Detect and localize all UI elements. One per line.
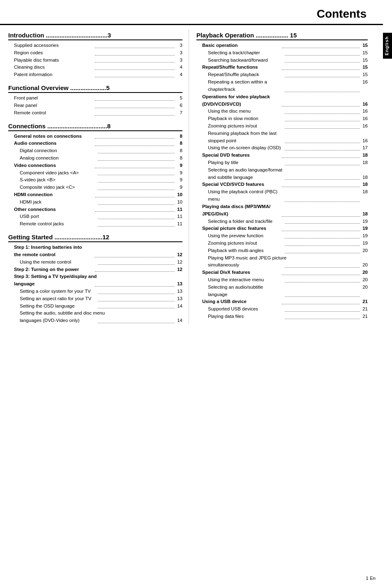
section-heading: Connections ............................… xyxy=(8,123,182,131)
toc-entry-title: Playing by title xyxy=(208,159,284,167)
toc-page-number: 10 xyxy=(176,199,182,206)
toc-entry: Setting the OSD language 14 xyxy=(8,303,182,310)
toc-page-number: 16 xyxy=(361,137,368,145)
toc-entry: stopped point 16 xyxy=(196,137,368,145)
toc-entry: Video connections 9 xyxy=(8,162,182,169)
toc-dots xyxy=(285,123,360,129)
toc-entry: Selecting a folder and track/file 19 xyxy=(196,218,368,225)
toc-page-number: 15 xyxy=(361,57,368,64)
toc-page-number: 15 xyxy=(361,49,368,57)
toc-dots xyxy=(98,295,175,301)
toc-entry: Using the remote control 12 xyxy=(8,259,182,266)
toc-entry-title: USB port xyxy=(20,213,97,220)
toc-dots xyxy=(285,71,360,77)
toc-dots xyxy=(282,269,360,275)
toc-dots xyxy=(98,303,175,309)
toc-entry-title: simultaneously xyxy=(208,262,284,269)
toc-entry: Digital connection 8 xyxy=(8,147,182,155)
toc-content: Introduction ...........................… xyxy=(0,25,383,329)
toc-entry: Zooming pictures in/out 19 xyxy=(196,240,368,247)
toc-page-number: 5 xyxy=(176,95,182,102)
toc-entry: Repeat/Shuffle functions 15 xyxy=(196,64,368,71)
toc-entry-title: Supplied accessories xyxy=(14,42,94,49)
toc-dots xyxy=(98,288,175,294)
toc-dots xyxy=(285,276,360,282)
toc-entry-title: Playing data discs (MP3/WMA/ xyxy=(202,203,368,211)
toc-entry-title: Using the interactive menu xyxy=(208,276,284,284)
toc-dots xyxy=(285,144,360,150)
toc-entry-title: Selecting an audio/subtitle language xyxy=(208,284,284,299)
toc-entry: S-video jack <B> 9 xyxy=(8,176,182,184)
toc-dots xyxy=(98,213,175,219)
toc-page-number: 8 xyxy=(176,147,182,155)
toc-entry-title: Step 1: Inserting batteries into xyxy=(14,244,182,251)
toc-dots xyxy=(282,298,360,304)
toc-dots xyxy=(95,57,175,63)
toc-page-number: 20 xyxy=(361,262,368,269)
toc-entry: Repeating a section within a chapter/tra… xyxy=(196,79,368,93)
toc-entry: Remote control jacks 11 xyxy=(8,220,182,228)
section-heading: Functional Overview ....................… xyxy=(8,84,182,93)
toc-entry-title: Supported USB devices xyxy=(208,306,284,313)
toc-entry: Using a USB device 21 xyxy=(196,298,368,306)
toc-page-number: 21 xyxy=(361,306,368,313)
toc-page-number: 9 xyxy=(176,169,182,177)
toc-entry: Supported USB devices 21 xyxy=(196,306,368,313)
toc-section: Connections ............................… xyxy=(8,123,182,228)
toc-entry: Searching backward/forward 15 xyxy=(196,57,368,64)
toc-entry-title: Front panel xyxy=(14,95,94,102)
section-heading: Introduction ...........................… xyxy=(8,32,182,40)
toc-entry: HDMI jack 10 xyxy=(8,199,182,206)
toc-entry-title: Selecting a track/chapter xyxy=(208,49,284,57)
toc-entry-title: Zooming pictures in/out xyxy=(208,240,284,247)
toc-dots xyxy=(98,184,175,190)
toc-entry-title: Setting a color system for your TV xyxy=(20,288,97,295)
toc-section: Playback Operation ................... 1… xyxy=(196,32,368,320)
toc-entry: Playing data discs (MP3/WMA/ xyxy=(196,203,368,211)
toc-page-number: 10 xyxy=(176,191,182,199)
toc-entry-title: HDMI jack xyxy=(20,199,97,206)
toc-entry-title: and subtitle language xyxy=(208,174,284,181)
toc-dots xyxy=(98,155,175,161)
toc-entry: Setting a color system for your TV 13 xyxy=(8,288,182,295)
toc-dots xyxy=(95,280,175,287)
toc-entry: Special VCD/SVCD features 18 xyxy=(196,181,368,188)
toc-dots xyxy=(282,225,360,231)
toc-entry-title: Basic operation xyxy=(202,42,281,49)
toc-entry: Repeat/Shuffle playback 15 xyxy=(196,71,368,79)
toc-page-number: 15 xyxy=(361,42,368,49)
toc-entry-title: Using the disc menu xyxy=(208,108,284,115)
toc-dots xyxy=(95,206,175,212)
toc-page-number: 12 xyxy=(176,259,182,266)
toc-dots xyxy=(285,79,360,92)
toc-page-number: 3 xyxy=(176,57,182,64)
toc-page-number: 4 xyxy=(176,64,182,71)
toc-entry: Special DivX features 20 xyxy=(196,269,368,276)
toc-entry: Patent information 4 xyxy=(8,71,182,79)
toc-entry: Step 1: Inserting batteries into xyxy=(8,244,182,251)
page-title: Contents xyxy=(0,0,383,25)
toc-entry-title: Using the remote control xyxy=(20,259,97,266)
toc-entry: General notes on connections 8 xyxy=(8,133,182,140)
toc-entry-title: Using the playback control (PBC) menu xyxy=(208,188,284,203)
toc-entry: Step 2: Turning on the power 12 xyxy=(8,266,182,273)
toc-entry-title: Setting the audio, subtitle and disc men… xyxy=(20,310,182,317)
toc-page-number: 20 xyxy=(361,276,368,284)
toc-entry-title: Resuming playback from the last xyxy=(208,130,368,137)
toc-entry: Setting the audio, subtitle and disc men… xyxy=(8,310,182,317)
toc-entry-title: the remote control xyxy=(14,251,94,259)
toc-page-number: 8 xyxy=(176,140,182,147)
toc-page-number: 16 xyxy=(361,115,368,123)
toc-entry-title: Setting an aspect ratio for your TV xyxy=(20,295,97,303)
toc-page-number: 16 xyxy=(361,108,368,115)
toc-dots xyxy=(282,152,360,158)
toc-entry-title: Rear panel xyxy=(14,102,94,109)
toc-dots xyxy=(285,49,360,56)
toc-entry: Other connections 11 xyxy=(8,206,182,213)
toc-entry: Using the playback control (PBC) menu 18 xyxy=(196,188,368,203)
section-heading: Getting Started ........................… xyxy=(8,234,182,242)
toc-dots xyxy=(95,162,175,168)
toc-entry-title: JPEG/DivX) xyxy=(202,211,281,218)
toc-page-number: 19 xyxy=(361,232,368,240)
toc-dots xyxy=(95,64,175,70)
